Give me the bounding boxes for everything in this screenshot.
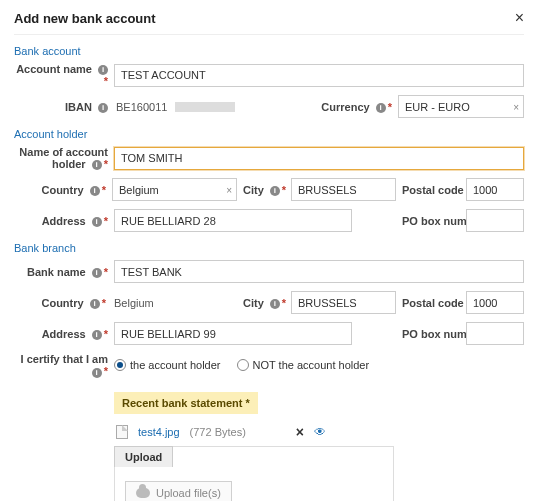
required-marker: * [104, 75, 108, 87]
holder-country-input[interactable] [112, 178, 237, 201]
cloud-upload-icon [136, 488, 150, 498]
uploaded-file-size: (772 Bytes) [190, 426, 246, 438]
required-marker: * [104, 328, 108, 340]
required-marker: * [282, 297, 286, 309]
close-icon[interactable]: × [515, 10, 524, 26]
required-marker: * [102, 184, 106, 196]
info-icon[interactable]: i [98, 103, 108, 113]
required-marker: * [104, 158, 108, 170]
branch-city-input[interactable] [291, 291, 396, 314]
account-name-input[interactable] [114, 64, 524, 87]
info-icon[interactable]: i [92, 217, 102, 227]
branch-postal-label: Postal code [402, 297, 464, 309]
radio-label-holder: the account holder [130, 359, 221, 371]
branch-pobox-input[interactable] [466, 322, 524, 345]
radio-icon [114, 359, 126, 371]
info-icon[interactable]: i [90, 299, 100, 309]
modal-title: Add new bank account [14, 11, 156, 26]
required-marker: * [282, 184, 286, 196]
certify-label: I certify that I am [21, 353, 108, 365]
holder-country-label: Country [41, 184, 83, 196]
info-icon[interactable]: i [92, 268, 102, 278]
holder-address-input[interactable] [114, 209, 352, 232]
clear-icon[interactable]: × [226, 184, 232, 195]
upload-button-label: Upload file(s) [156, 487, 221, 499]
currency-input[interactable] [398, 95, 524, 118]
info-icon[interactable]: i [92, 368, 102, 378]
branch-postal-input[interactable] [466, 291, 524, 314]
holder-postal-label: Postal code [402, 184, 464, 196]
currency-label: Currency [321, 101, 369, 113]
section-bank-branch: Bank branch [14, 242, 524, 254]
required-marker: * [102, 297, 106, 309]
branch-address-input[interactable] [114, 322, 352, 345]
info-icon[interactable]: i [98, 65, 108, 75]
info-icon[interactable]: i [92, 160, 102, 170]
radio-not-account-holder[interactable]: NOT the account holder [237, 359, 370, 371]
file-icon [116, 425, 128, 439]
account-name-label: Account name [16, 63, 92, 75]
info-icon[interactable]: i [270, 299, 280, 309]
required-marker: * [104, 215, 108, 227]
section-account-holder: Account holder [14, 128, 524, 140]
holder-city-label: City [243, 184, 264, 196]
required-marker: * [104, 365, 108, 377]
upload-tab[interactable]: Upload [114, 446, 173, 467]
preview-icon[interactable]: 👁 [314, 425, 326, 439]
branch-country-value: Belgium [112, 297, 237, 309]
holder-pobox-input[interactable] [466, 209, 524, 232]
holder-name-input[interactable] [114, 147, 524, 170]
info-icon[interactable]: i [376, 103, 386, 113]
radio-label-not-holder: NOT the account holder [253, 359, 370, 371]
branch-country-label: Country [41, 297, 83, 309]
clear-icon[interactable]: × [513, 101, 519, 112]
info-icon[interactable]: i [270, 186, 280, 196]
remove-file-icon[interactable]: × [296, 424, 304, 440]
holder-city-input[interactable] [291, 178, 396, 201]
required-marker: * [388, 101, 392, 113]
iban-masked [175, 102, 235, 112]
iban-prefix: BE160011 [114, 101, 167, 113]
holder-address-label: Address [42, 215, 86, 227]
info-icon[interactable]: i [90, 186, 100, 196]
upload-file-button[interactable]: Upload file(s) [125, 481, 232, 501]
upload-panel: Upload Upload file(s) Only PDF and image… [114, 446, 394, 501]
branch-city-label: City [243, 297, 264, 309]
holder-postal-input[interactable] [466, 178, 524, 201]
radio-icon [237, 359, 249, 371]
required-marker: * [104, 266, 108, 278]
uploaded-file-link[interactable]: test4.jpg [138, 426, 180, 438]
iban-label: IBAN [65, 101, 92, 113]
section-bank-account: Bank account [14, 45, 524, 57]
bank-name-label: Bank name [27, 266, 86, 278]
info-icon[interactable]: i [92, 330, 102, 340]
radio-account-holder[interactable]: the account holder [114, 359, 221, 371]
bank-name-input[interactable] [114, 260, 524, 283]
recent-statement-heading: Recent bank statement * [114, 392, 258, 414]
branch-address-label: Address [42, 328, 86, 340]
